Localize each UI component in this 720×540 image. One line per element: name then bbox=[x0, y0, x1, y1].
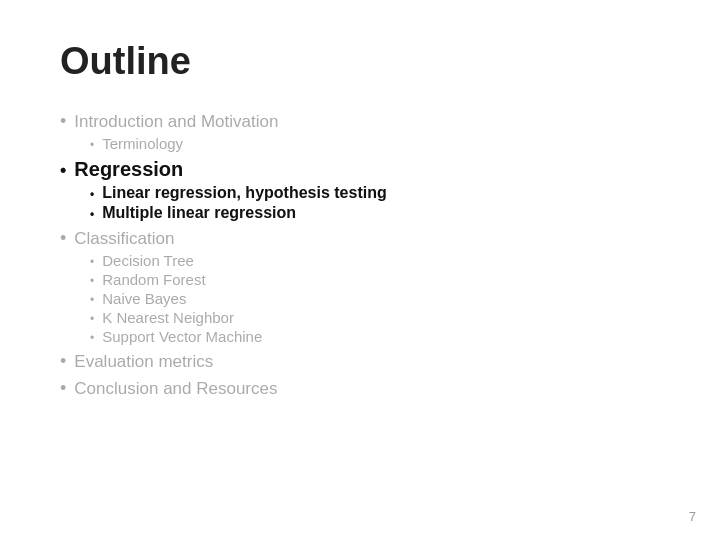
sub-item-label: Terminology bbox=[102, 135, 183, 152]
sub-dot: • bbox=[90, 255, 94, 269]
bullet-dot: • bbox=[60, 228, 66, 249]
list-item: • Terminology bbox=[90, 135, 660, 152]
outline-item-label: Classification bbox=[74, 229, 174, 249]
bullet-dot: • bbox=[60, 378, 66, 399]
list-item: • Multiple linear regression bbox=[90, 204, 660, 222]
outline-item-label: Conclusion and Resources bbox=[74, 379, 277, 399]
sub-item-label: Linear regression, hypothesis testing bbox=[102, 184, 387, 202]
outline-item-label: Introduction and Motivation bbox=[74, 112, 278, 132]
sub-item-label: Random Forest bbox=[102, 271, 205, 288]
outline-item-label: Evaluation metrics bbox=[74, 352, 213, 372]
outline-item-conclusion: • Conclusion and Resources bbox=[60, 378, 660, 399]
outline-item-introduction: • Introduction and Motivation bbox=[60, 111, 660, 132]
sub-dot: • bbox=[90, 312, 94, 326]
slide: Outline • Introduction and Motivation • … bbox=[0, 0, 720, 540]
sub-item-label: K Nearest Neighbor bbox=[102, 309, 234, 326]
sub-item-label: Decision Tree bbox=[102, 252, 194, 269]
list-item: • Regression • Linear regression, hypoth… bbox=[60, 158, 660, 222]
outline-item-label: Regression bbox=[74, 158, 183, 181]
bullet-dot: • bbox=[60, 351, 66, 372]
sub-list: • Linear regression, hypothesis testing … bbox=[60, 184, 660, 222]
sub-dot: • bbox=[90, 331, 94, 345]
outline-item-regression: • Regression bbox=[60, 158, 660, 181]
sub-item-label: Multiple linear regression bbox=[102, 204, 296, 222]
list-item: • Support Vector Machine bbox=[90, 328, 660, 345]
page-number: 7 bbox=[689, 509, 696, 524]
list-item: • Introduction and Motivation • Terminol… bbox=[60, 111, 660, 152]
list-item: • Classification • Decision Tree • Rando… bbox=[60, 228, 660, 345]
outline-list: • Introduction and Motivation • Terminol… bbox=[60, 111, 660, 399]
list-item: • Random Forest bbox=[90, 271, 660, 288]
bullet-dot: • bbox=[60, 111, 66, 132]
list-item: • K Nearest Neighbor bbox=[90, 309, 660, 326]
list-item: • Decision Tree bbox=[90, 252, 660, 269]
sub-dot: • bbox=[90, 138, 94, 152]
list-item: • Linear regression, hypothesis testing bbox=[90, 184, 660, 202]
outline-item-classification: • Classification bbox=[60, 228, 660, 249]
sub-item-label: Support Vector Machine bbox=[102, 328, 262, 345]
list-item: • Evaluation metrics bbox=[60, 351, 660, 372]
sub-item-label: Naive Bayes bbox=[102, 290, 186, 307]
list-item: • Conclusion and Resources bbox=[60, 378, 660, 399]
list-item: • Naive Bayes bbox=[90, 290, 660, 307]
sub-dot: • bbox=[90, 207, 94, 221]
outline-item-evaluation: • Evaluation metrics bbox=[60, 351, 660, 372]
bullet-dot: • bbox=[60, 160, 66, 181]
sub-list: • Decision Tree • Random Forest • Naive … bbox=[60, 252, 660, 345]
sub-dot: • bbox=[90, 274, 94, 288]
slide-title: Outline bbox=[60, 40, 660, 83]
sub-dot: • bbox=[90, 187, 94, 201]
sub-dot: • bbox=[90, 293, 94, 307]
sub-list: • Terminology bbox=[60, 135, 660, 152]
